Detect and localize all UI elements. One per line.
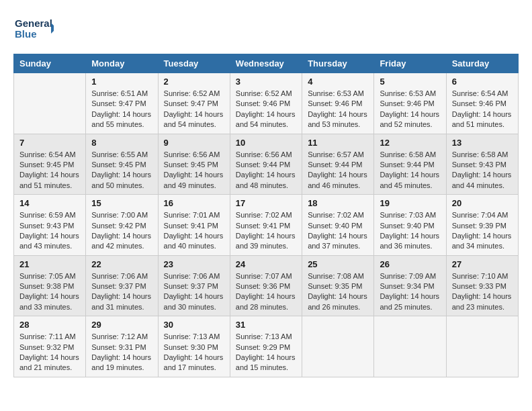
day-info: Sunrise: 6:51 AM Sunset: 9:47 PM Dayligh… — [91, 89, 152, 130]
day-number: 25 — [308, 259, 368, 269]
day-cell: 9Sunrise: 6:56 AM Sunset: 9:45 PM Daylig… — [158, 134, 230, 195]
header-day: Monday — [86, 54, 158, 73]
day-number: 31 — [236, 320, 296, 330]
week-row: 21Sunrise: 7:05 AM Sunset: 9:38 PM Dayli… — [14, 255, 519, 316]
logo: General Blue — [13, 13, 54, 47]
day-number: 18 — [308, 198, 368, 208]
day-info: Sunrise: 7:06 AM Sunset: 9:37 PM Dayligh… — [164, 271, 224, 313]
day-cell: 6Sunrise: 6:54 AM Sunset: 9:46 PM Daylig… — [446, 73, 518, 134]
day-cell — [302, 316, 374, 377]
day-cell: 11Sunrise: 6:57 AM Sunset: 9:44 PM Dayli… — [302, 134, 374, 195]
day-info: Sunrise: 7:03 AM Sunset: 9:40 PM Dayligh… — [380, 210, 440, 252]
svg-text:Blue: Blue — [15, 28, 37, 40]
day-cell: 29Sunrise: 7:12 AM Sunset: 9:31 PM Dayli… — [86, 316, 158, 377]
day-info: Sunrise: 7:13 AM Sunset: 9:30 PM Dayligh… — [164, 332, 224, 373]
day-info: Sunrise: 7:02 AM Sunset: 9:41 PM Dayligh… — [236, 210, 296, 252]
day-info: Sunrise: 7:06 AM Sunset: 9:37 PM Dayligh… — [91, 271, 152, 313]
day-number: 22 — [91, 259, 152, 269]
day-number: 26 — [380, 259, 440, 269]
day-info: Sunrise: 6:52 AM Sunset: 9:46 PM Dayligh… — [236, 89, 296, 130]
day-number: 8 — [91, 138, 152, 148]
day-cell: 30Sunrise: 7:13 AM Sunset: 9:30 PM Dayli… — [158, 316, 230, 377]
day-cell: 20Sunrise: 7:04 AM Sunset: 9:39 PM Dayli… — [446, 195, 518, 256]
header-day: Thursday — [302, 54, 374, 73]
day-info: Sunrise: 6:58 AM Sunset: 9:44 PM Dayligh… — [380, 150, 440, 191]
day-cell: 27Sunrise: 7:10 AM Sunset: 9:33 PM Dayli… — [446, 255, 518, 316]
week-row: 7Sunrise: 6:54 AM Sunset: 9:45 PM Daylig… — [14, 134, 519, 195]
calendar-table: SundayMondayTuesdayWednesdayThursdayFrid… — [13, 54, 519, 377]
week-row: 1Sunrise: 6:51 AM Sunset: 9:47 PM Daylig… — [14, 73, 519, 134]
day-info: Sunrise: 6:57 AM Sunset: 9:44 PM Dayligh… — [308, 150, 368, 191]
day-number: 4 — [308, 77, 368, 87]
header-row: SundayMondayTuesdayWednesdayThursdayFrid… — [14, 54, 519, 73]
day-number: 30 — [164, 320, 224, 330]
day-number: 12 — [380, 138, 440, 148]
day-info: Sunrise: 6:54 AM Sunset: 9:46 PM Dayligh… — [452, 89, 513, 130]
day-info: Sunrise: 7:11 AM Sunset: 9:32 PM Dayligh… — [19, 332, 80, 373]
day-number: 21 — [19, 259, 80, 269]
day-info: Sunrise: 6:59 AM Sunset: 9:43 PM Dayligh… — [19, 210, 80, 252]
day-cell: 14Sunrise: 6:59 AM Sunset: 9:43 PM Dayli… — [14, 195, 86, 256]
day-info: Sunrise: 6:52 AM Sunset: 9:47 PM Dayligh… — [164, 89, 224, 130]
day-number: 24 — [236, 259, 296, 269]
day-cell: 28Sunrise: 7:11 AM Sunset: 9:32 PM Dayli… — [14, 316, 86, 377]
day-number: 19 — [380, 198, 440, 208]
day-info: Sunrise: 6:54 AM Sunset: 9:45 PM Dayligh… — [19, 150, 80, 191]
day-cell: 25Sunrise: 7:08 AM Sunset: 9:35 PM Dayli… — [302, 255, 374, 316]
day-info: Sunrise: 6:53 AM Sunset: 9:46 PM Dayligh… — [380, 89, 440, 130]
day-cell: 15Sunrise: 7:00 AM Sunset: 9:42 PM Dayli… — [86, 195, 158, 256]
day-cell: 18Sunrise: 7:02 AM Sunset: 9:40 PM Dayli… — [302, 195, 374, 256]
day-info: Sunrise: 7:07 AM Sunset: 9:36 PM Dayligh… — [236, 271, 296, 313]
week-row: 28Sunrise: 7:11 AM Sunset: 9:32 PM Dayli… — [14, 316, 519, 377]
day-cell: 2Sunrise: 6:52 AM Sunset: 9:47 PM Daylig… — [158, 73, 230, 134]
day-number: 29 — [91, 320, 152, 330]
day-cell: 23Sunrise: 7:06 AM Sunset: 9:37 PM Dayli… — [158, 255, 230, 316]
day-cell: 10Sunrise: 6:56 AM Sunset: 9:44 PM Dayli… — [230, 134, 302, 195]
day-cell: 12Sunrise: 6:58 AM Sunset: 9:44 PM Dayli… — [374, 134, 446, 195]
day-cell: 7Sunrise: 6:54 AM Sunset: 9:45 PM Daylig… — [14, 134, 86, 195]
day-info: Sunrise: 7:12 AM Sunset: 9:31 PM Dayligh… — [91, 332, 152, 373]
day-info: Sunrise: 7:09 AM Sunset: 9:34 PM Dayligh… — [380, 271, 440, 313]
day-number: 23 — [164, 259, 224, 269]
svg-marker-2 — [51, 23, 54, 34]
day-cell: 3Sunrise: 6:52 AM Sunset: 9:46 PM Daylig… — [230, 73, 302, 134]
day-number: 5 — [380, 77, 440, 87]
day-info: Sunrise: 7:05 AM Sunset: 9:38 PM Dayligh… — [19, 271, 80, 313]
day-info: Sunrise: 7:10 AM Sunset: 9:33 PM Dayligh… — [452, 271, 513, 313]
day-info: Sunrise: 7:02 AM Sunset: 9:40 PM Dayligh… — [308, 210, 368, 252]
header-day: Saturday — [446, 54, 518, 73]
day-cell: 22Sunrise: 7:06 AM Sunset: 9:37 PM Dayli… — [86, 255, 158, 316]
day-info: Sunrise: 6:55 AM Sunset: 9:45 PM Dayligh… — [91, 150, 152, 191]
day-number: 6 — [452, 77, 513, 87]
logo-svg: General Blue — [13, 13, 54, 47]
week-row: 14Sunrise: 6:59 AM Sunset: 9:43 PM Dayli… — [14, 195, 519, 256]
day-info: Sunrise: 7:00 AM Sunset: 9:42 PM Dayligh… — [91, 210, 152, 252]
day-cell: 1Sunrise: 6:51 AM Sunset: 9:47 PM Daylig… — [86, 73, 158, 134]
day-cell: 21Sunrise: 7:05 AM Sunset: 9:38 PM Dayli… — [14, 255, 86, 316]
day-info: Sunrise: 6:58 AM Sunset: 9:43 PM Dayligh… — [452, 150, 513, 191]
svg-text:General: General — [15, 17, 52, 29]
day-number: 14 — [19, 198, 80, 208]
page-header: General Blue — [13, 13, 519, 47]
day-number: 10 — [236, 138, 296, 148]
day-cell: 31Sunrise: 7:13 AM Sunset: 9:29 PM Dayli… — [230, 316, 302, 377]
day-cell: 26Sunrise: 7:09 AM Sunset: 9:34 PM Dayli… — [374, 255, 446, 316]
day-info: Sunrise: 6:53 AM Sunset: 9:46 PM Dayligh… — [308, 89, 368, 130]
day-cell: 17Sunrise: 7:02 AM Sunset: 9:41 PM Dayli… — [230, 195, 302, 256]
day-cell: 13Sunrise: 6:58 AM Sunset: 9:43 PM Dayli… — [446, 134, 518, 195]
day-number: 28 — [19, 320, 80, 330]
day-number: 11 — [308, 138, 368, 148]
day-cell: 19Sunrise: 7:03 AM Sunset: 9:40 PM Dayli… — [374, 195, 446, 256]
day-number: 27 — [452, 259, 513, 269]
day-info: Sunrise: 7:08 AM Sunset: 9:35 PM Dayligh… — [308, 271, 368, 313]
day-number: 15 — [91, 198, 152, 208]
header-day: Tuesday — [158, 54, 230, 73]
day-info: Sunrise: 7:13 AM Sunset: 9:29 PM Dayligh… — [236, 332, 296, 373]
day-cell: 5Sunrise: 6:53 AM Sunset: 9:46 PM Daylig… — [374, 73, 446, 134]
day-info: Sunrise: 7:04 AM Sunset: 9:39 PM Dayligh… — [452, 210, 513, 252]
day-number: 3 — [236, 77, 296, 87]
day-number: 2 — [164, 77, 224, 87]
day-number: 17 — [236, 198, 296, 208]
day-number: 16 — [164, 198, 224, 208]
day-cell — [14, 73, 86, 134]
